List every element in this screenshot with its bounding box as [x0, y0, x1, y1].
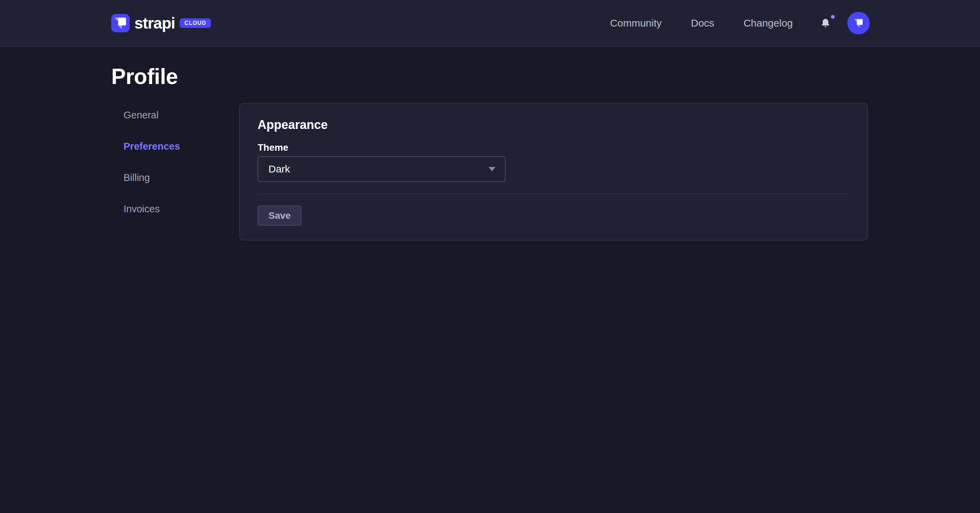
- theme-label: Theme: [258, 142, 850, 153]
- profile-sidebar: General Preferences Billing Invoices: [124, 110, 180, 214]
- sidebar-item-preferences[interactable]: Preferences: [124, 141, 180, 151]
- header-nav: Community Docs Changelog: [610, 12, 870, 34]
- theme-select[interactable]: Dark: [258, 156, 506, 182]
- sidebar-item-invoices[interactable]: Invoices: [124, 204, 180, 214]
- card-title: Appearance: [258, 118, 850, 132]
- notification-dot: [831, 15, 835, 19]
- card-divider: [258, 194, 850, 194]
- page-title: Profile: [111, 65, 178, 88]
- nav-link-changelog[interactable]: Changelog: [743, 17, 793, 29]
- theme-select-value: Dark: [269, 163, 290, 175]
- save-button[interactable]: Save: [258, 205, 301, 226]
- brand-wordmark: strapi: [134, 14, 175, 32]
- chevron-down-icon: [488, 167, 495, 171]
- strapi-avatar-icon: [852, 16, 865, 30]
- strapi-cloud-profile-screen: strapi CLOUD Community Docs Changelog: [0, 0, 980, 513]
- notifications-button[interactable]: [819, 16, 832, 30]
- user-avatar[interactable]: [847, 12, 870, 34]
- nav-link-docs[interactable]: Docs: [691, 17, 714, 29]
- top-navbar: strapi CLOUD Community Docs Changelog: [0, 0, 980, 47]
- brand-home-link[interactable]: strapi CLOUD: [111, 14, 211, 32]
- appearance-card: Appearance Theme Dark Save: [239, 103, 868, 240]
- strapi-logo-icon: [111, 14, 130, 32]
- sidebar-item-general[interactable]: General: [124, 110, 180, 120]
- sidebar-item-billing[interactable]: Billing: [124, 173, 180, 183]
- nav-link-community[interactable]: Community: [610, 17, 662, 29]
- bell-icon: [820, 17, 831, 29]
- cloud-badge: CLOUD: [180, 18, 211, 28]
